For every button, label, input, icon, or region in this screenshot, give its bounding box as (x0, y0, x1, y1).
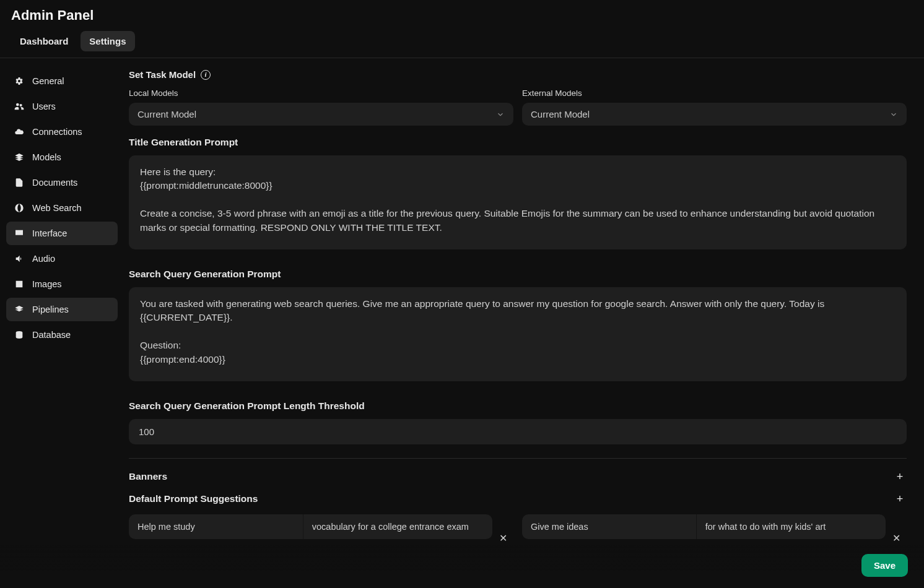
remove-suggestion-button[interactable]: ✕ (886, 521, 907, 545)
document-icon (14, 177, 25, 188)
sidebar-item-images[interactable]: Images (6, 272, 118, 296)
chevron-down-icon (496, 110, 505, 119)
section-title-text: Set Task Model (129, 69, 196, 80)
search-query-threshold-label: Search Query Generation Prompt Length Th… (129, 400, 907, 412)
search-query-threshold-input[interactable] (129, 419, 907, 444)
sidebar-item-general[interactable]: General (6, 69, 118, 93)
suggestion-subtitle-input[interactable] (303, 514, 492, 539)
settings-sidebar: General Users Connections Models (0, 58, 124, 588)
interface-settings-panel: Set Task Model i Local Models Current Mo… (124, 58, 924, 588)
sidebar-item-label: Interface (32, 228, 67, 238)
local-models-value: Current Model (137, 109, 196, 119)
users-icon (14, 101, 25, 112)
sidebar-item-label: Web Search (32, 203, 82, 213)
suggestion-card: ✕ (522, 514, 907, 539)
speaker-icon (14, 253, 25, 264)
local-models-select[interactable]: Current Model (129, 103, 513, 126)
remove-suggestion-button[interactable]: ✕ (492, 521, 513, 545)
header: Admin Panel Dashboard Settings (0, 0, 924, 58)
info-icon[interactable]: i (201, 70, 211, 80)
tab-settings[interactable]: Settings (81, 31, 134, 51)
sidebar-item-pipelines[interactable]: Pipelines (6, 298, 118, 321)
sidebar-item-audio[interactable]: Audio (6, 247, 118, 270)
tab-dashboard[interactable]: Dashboard (11, 31, 77, 51)
suggestion-title-input[interactable] (129, 514, 303, 539)
sidebar-item-label: Models (32, 152, 61, 162)
sidebar-item-label: Documents (32, 178, 77, 188)
external-models-value: Current Model (531, 109, 590, 119)
sidebar-item-label: Database (32, 330, 71, 340)
save-button[interactable]: Save (861, 554, 908, 577)
globe-icon (14, 202, 25, 214)
suggestion-title-input[interactable] (522, 514, 697, 539)
search-query-generation-prompt-label: Search Query Generation Prompt (129, 269, 907, 280)
title-generation-prompt-label: Title Generation Prompt (129, 137, 907, 148)
sidebar-item-label: Users (32, 102, 56, 111)
banners-label: Banners (129, 471, 167, 482)
sidebar-item-label: Audio (32, 254, 55, 264)
sidebar-item-models[interactable]: Models (6, 145, 118, 169)
cloud-icon (14, 126, 25, 137)
search-query-generation-prompt-textarea[interactable] (129, 287, 907, 381)
title-generation-prompt-textarea[interactable] (129, 155, 907, 249)
sidebar-item-connections[interactable]: Connections (6, 120, 118, 144)
set-task-model-title: Set Task Model i (129, 69, 907, 80)
database-icon (14, 329, 25, 340)
stack-icon (14, 152, 25, 163)
suggestion-card: ✕ (129, 514, 513, 539)
image-icon (14, 279, 25, 290)
sidebar-item-interface[interactable]: Interface (6, 222, 118, 245)
external-models-select[interactable]: Current Model (522, 103, 907, 126)
chevron-down-icon (889, 110, 898, 119)
sidebar-item-label: Pipelines (32, 305, 69, 314)
default-prompt-suggestions-label: Default Prompt Suggestions (129, 493, 258, 504)
section-divider (129, 458, 907, 459)
local-models-label: Local Models (129, 89, 513, 98)
sidebar-item-label: Images (32, 279, 62, 289)
add-banner-button[interactable]: + (893, 470, 907, 483)
layers-icon (14, 304, 25, 315)
sidebar-item-documents[interactable]: Documents (6, 171, 118, 194)
sidebar-item-database[interactable]: Database (6, 323, 118, 347)
sidebar-item-label: General (32, 76, 64, 86)
sidebar-item-label: Connections (32, 127, 82, 137)
suggestion-subtitle-input[interactable] (697, 514, 886, 539)
sidebar-item-web-search[interactable]: Web Search (6, 196, 118, 220)
external-models-label: External Models (522, 89, 907, 98)
monitor-icon (14, 228, 25, 239)
page-title: Admin Panel (11, 7, 913, 24)
sidebar-item-users[interactable]: Users (6, 95, 118, 118)
add-suggestion-button[interactable]: + (893, 492, 907, 506)
header-tabs: Dashboard Settings (11, 31, 913, 51)
gear-icon (14, 76, 25, 87)
